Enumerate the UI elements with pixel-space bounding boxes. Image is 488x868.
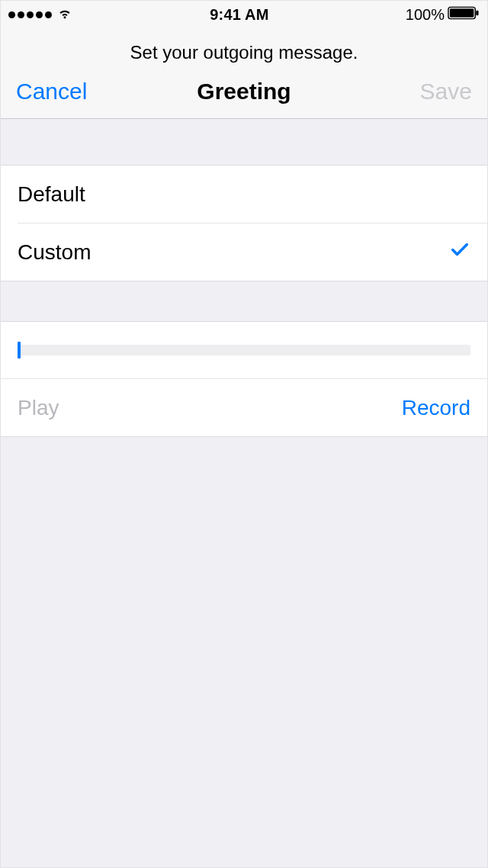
greeting-options-list: Default Custom <box>1 165 487 281</box>
page-title: Greeting <box>123 79 365 104</box>
checkmark-icon <box>449 239 470 265</box>
battery-percent: 100% <box>406 6 445 24</box>
status-bar: 9:41 AM 100% <box>1 1 487 28</box>
option-default-label: Default <box>18 182 85 207</box>
svg-rect-1 <box>450 8 474 17</box>
wifi-icon <box>56 5 73 25</box>
play-record-row: Play Record <box>1 379 487 436</box>
option-default[interactable]: Default <box>1 166 487 223</box>
status-time: 9:41 AM <box>210 6 268 24</box>
svg-rect-2 <box>476 10 478 15</box>
cellular-signal-icon <box>8 11 52 18</box>
playback-progress-head[interactable] <box>18 342 21 358</box>
playback-progress-track[interactable] <box>18 345 470 355</box>
battery-icon <box>448 6 480 24</box>
play-button[interactable]: Play <box>18 396 59 420</box>
nav-bar: Cancel Greeting Save <box>1 71 487 119</box>
record-button[interactable]: Record <box>402 396 470 420</box>
screen: 9:41 AM 100% Set your outgoing message. … <box>0 0 488 868</box>
playback-progress-row <box>1 322 487 378</box>
recording-controls: Play Record <box>1 321 487 437</box>
option-custom-label: Custom <box>18 240 91 265</box>
section-gap <box>1 281 487 321</box>
subtitle: Set your outgoing message. <box>1 28 487 71</box>
status-right: 100% <box>406 6 480 24</box>
status-left <box>8 5 73 25</box>
option-custom[interactable]: Custom <box>1 223 487 281</box>
cancel-button[interactable]: Cancel <box>16 79 123 104</box>
section-gap <box>1 119 487 165</box>
save-button[interactable]: Save <box>365 79 472 104</box>
